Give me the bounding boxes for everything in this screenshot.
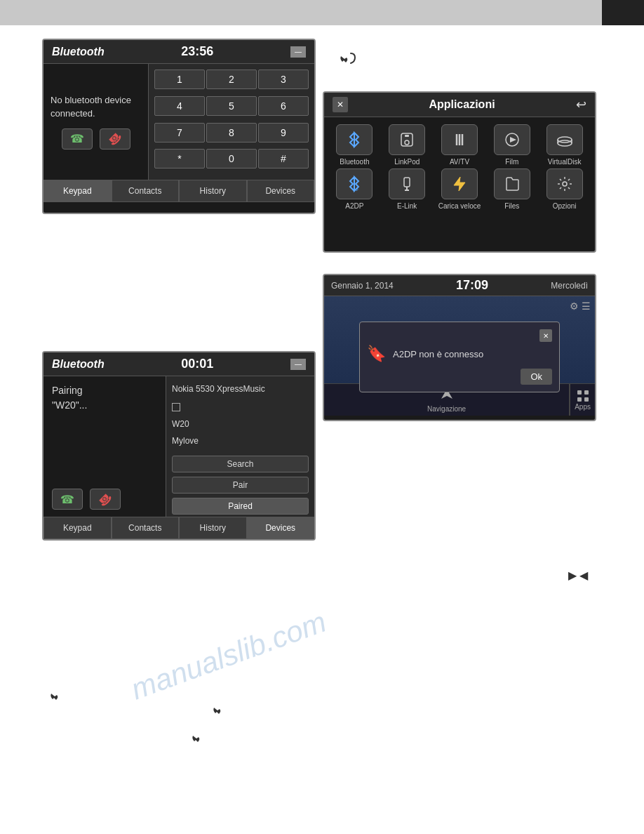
- settings-icon: ⚙: [570, 300, 579, 312]
- bt-key-7[interactable]: 7: [154, 123, 205, 143]
- bt-device-list: Nokia 5530 XpressMusic W20 Mylove Search…: [166, 376, 314, 517]
- app-label-elink: E-Link: [397, 202, 417, 210]
- bt-tab-contacts-1[interactable]: Contacts: [112, 180, 180, 202]
- bt-call-button-2[interactable]: ☎: [52, 489, 83, 510]
- app-label-virtualdisk: VirtualDisk: [548, 158, 582, 166]
- bt-pairing-text: Pairing"W20"...: [52, 383, 157, 413]
- notif-body: 🔖 A2DP non è connesso: [367, 345, 552, 363]
- bt-call-icons-1: ☎ ☎: [62, 128, 130, 150]
- bt-key-1[interactable]: 1: [154, 70, 205, 89]
- svg-rect-20: [577, 397, 582, 402]
- bt-tab-history-1[interactable]: History: [179, 180, 247, 202]
- bt-call-button-1[interactable]: ☎: [62, 128, 93, 150]
- paired-button[interactable]: Paired: [172, 498, 309, 515]
- bt-action-buttons: Search Pair Paired: [172, 451, 309, 519]
- bt-key-8[interactable]: 8: [206, 123, 257, 143]
- bt-key-4[interactable]: 4: [154, 96, 205, 116]
- bt-title-1: Bluetooth: [52, 46, 105, 58]
- pair-button[interactable]: Pair: [172, 477, 309, 494]
- bt-tab-devices-1[interactable]: Devices: [247, 180, 315, 202]
- search-button[interactable]: Search: [172, 456, 309, 472]
- app-label-files: Files: [504, 202, 519, 210]
- apps-label: Apps: [575, 403, 591, 411]
- notif-close-button[interactable]: ✕: [539, 329, 552, 342]
- notif-ok-button[interactable]: Ok: [521, 369, 552, 385]
- app-icon-bluetooth: [336, 124, 373, 155]
- bt-key-0[interactable]: 0: [206, 149, 257, 168]
- left-arrow-icon: ◀: [579, 569, 588, 581]
- end-call-icon-2: ☎: [95, 489, 115, 509]
- app-icon-files: [494, 168, 530, 199]
- svg-marker-7: [510, 137, 516, 143]
- bt-tab-history-2[interactable]: History: [179, 517, 247, 539]
- bt-key-hash[interactable]: #: [258, 149, 309, 168]
- bt-key-9[interactable]: 9: [258, 123, 309, 143]
- menu-icon: ☰: [582, 300, 591, 312]
- bt-minimize-button-2[interactable]: —: [290, 359, 306, 370]
- bt-end-call-button-1[interactable]: ☎: [100, 128, 130, 150]
- app-label-bluetooth: Bluetooth: [340, 158, 369, 166]
- bt-key-6[interactable]: 6: [258, 96, 309, 116]
- notif-text: A2DP non è connesso: [393, 349, 552, 359]
- applicazioni-screen: ✕ Applicazioni ↩ Bluetooth LinkPod: [323, 91, 596, 253]
- home-body: ⚙ ☰ ✕ 🔖 A2DP non è connesso Ok Navigazio…: [324, 296, 595, 416]
- bluetooth-screen-2: Bluetooth 00:01 — Pairing"W20"... ☎ ☎ No…: [42, 351, 316, 541]
- bt-key-2[interactable]: 2: [206, 70, 257, 89]
- notification-popup: ✕ 🔖 A2DP non è connesso Ok: [359, 322, 560, 392]
- svg-rect-21: [584, 397, 589, 402]
- watermark: manualslib.com: [127, 605, 331, 707]
- app-label-a2dp: A2DP: [345, 202, 363, 210]
- app-item-files[interactable]: Files: [487, 168, 537, 210]
- device-item-checkbox: [172, 399, 309, 414]
- bt-time-1: 23:56: [181, 44, 213, 59]
- bt-key-5[interactable]: 5: [206, 96, 257, 116]
- app-item-virtualdisk[interactable]: VirtualDisk: [539, 124, 589, 166]
- app-item-film[interactable]: Film: [487, 124, 537, 166]
- bt-tabs-1: Keypad Contacts History Devices: [43, 180, 314, 202]
- call-icon-1: ☎: [70, 132, 84, 145]
- app-item-bluetooth[interactable]: Bluetooth: [330, 124, 380, 166]
- app-item-elink[interactable]: E-Link: [382, 168, 432, 210]
- bt-tab-contacts-2[interactable]: Contacts: [112, 517, 180, 539]
- app-header: ✕ Applicazioni ↩: [324, 93, 595, 117]
- notif-close-row: ✕: [367, 329, 552, 342]
- app-label-opzioni: Opzioni: [553, 202, 577, 210]
- bt-tab-devices-2[interactable]: Devices: [247, 517, 315, 539]
- svg-rect-19: [584, 390, 589, 395]
- svg-point-17: [563, 182, 567, 186]
- svg-marker-16: [454, 177, 465, 191]
- app-item-carica[interactable]: Carica veloce: [435, 168, 485, 210]
- bt-header-1: Bluetooth 23:56 —: [43, 40, 314, 64]
- small-phone-icon-call: [189, 730, 205, 748]
- home-day: Mercoledì: [551, 281, 588, 291]
- app-item-linkpod[interactable]: LinkPod: [382, 124, 432, 166]
- bt-no-device-panel: No bluetooth device connected. ☎ ☎: [43, 64, 149, 180]
- bt-end-call-button-2[interactable]: ☎: [90, 489, 121, 510]
- notif-icon: 🔖: [367, 345, 386, 363]
- app-label-avtv: AV/TV: [450, 158, 469, 166]
- bt-body-2: Pairing"W20"... ☎ ☎ Nokia 5530 XpressMus…: [43, 376, 314, 517]
- bt-call-icons-2: ☎ ☎: [52, 489, 157, 510]
- app-label-linkpod: LinkPod: [394, 158, 420, 166]
- app-close-button[interactable]: ✕: [333, 97, 348, 112]
- home-screen: Gennaio 1, 2014 17:09 Mercoledì ⚙ ☰ ✕ 🔖 …: [323, 274, 596, 421]
- app-icon-linkpod: [389, 124, 425, 155]
- bt-minimize-button-1[interactable]: —: [290, 46, 306, 58]
- bt-tabs-2: Keypad Contacts History Devices: [43, 517, 314, 539]
- bt-tab-keypad-1[interactable]: Keypad: [43, 180, 112, 202]
- app-label-film: Film: [505, 158, 518, 166]
- small-phone-icon-receive: [210, 702, 226, 720]
- app-item-avtv[interactable]: AV/TV: [435, 124, 485, 166]
- apps-button[interactable]: Apps: [570, 384, 595, 416]
- app-item-opzioni[interactable]: Opzioni: [539, 168, 589, 210]
- app-title: Applicazioni: [429, 98, 495, 111]
- bt-key-star[interactable]: *: [154, 149, 205, 168]
- app-item-a2dp[interactable]: ♪ A2DP: [330, 168, 380, 210]
- app-grid: Bluetooth LinkPod AV/TV Film: [324, 117, 595, 217]
- right-arrow-icon: ▶: [568, 569, 577, 581]
- home-date: Gennaio 1, 2014: [331, 281, 394, 291]
- bt-key-3[interactable]: 3: [258, 70, 309, 89]
- app-icon-a2dp: ♪: [336, 168, 373, 199]
- bt-tab-keypad-2[interactable]: Keypad: [43, 517, 112, 539]
- app-back-button[interactable]: ↩: [576, 97, 586, 112]
